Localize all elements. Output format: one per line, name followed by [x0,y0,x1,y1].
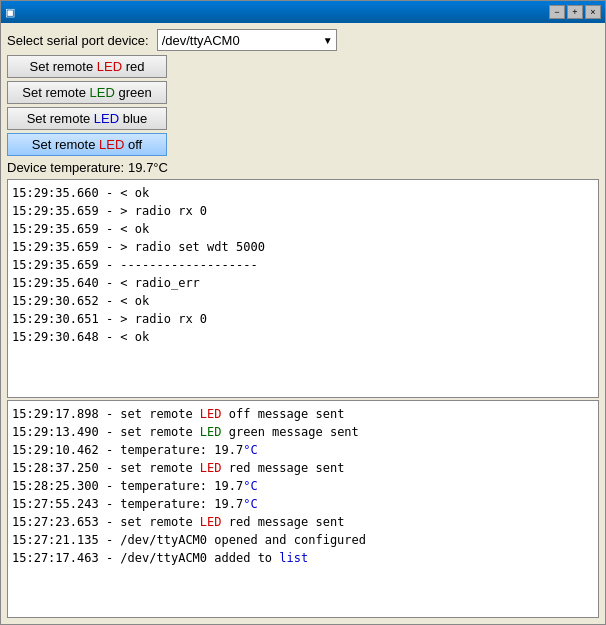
temp-label: Device temperature: [7,160,124,175]
temp-value: 19.7°C [128,160,168,175]
log-line: 15:29:35.659 - < ok [12,220,594,238]
port-select-wrapper: /dev/ttyACM0 [157,29,337,51]
temp-row: Device temperature: 19.7°C [7,160,599,175]
log-line: 15:29:35.660 - < ok [12,184,594,202]
title-bar: ▣ − + × [1,1,605,23]
btn-led-off[interactable]: Set remote LED off [7,133,167,156]
log-line: 15:29:35.640 - < radio_err [12,274,594,292]
log-line: 15:29:30.652 - < ok [12,292,594,310]
log-line: 15:28:37.250 - set remote LED red messag… [12,459,594,477]
minimize-button[interactable]: − [549,5,565,19]
log-line: 15:27:21.135 - /dev/ttyACM0 opened and c… [12,531,594,549]
log-line: 15:27:55.243 - temperature: 19.7°C [12,495,594,513]
log-line: 15:28:25.300 - temperature: 19.7°C [12,477,594,495]
log-line: 15:29:35.659 - ------------------- [12,256,594,274]
port-select[interactable]: /dev/ttyACM0 [157,29,337,51]
log-line: 15:29:30.648 - < ok [12,328,594,346]
maximize-button[interactable]: + [567,5,583,19]
close-button[interactable]: × [585,5,601,19]
port-row: Select serial port device: /dev/ttyACM0 [7,29,599,51]
btn-led-red[interactable]: Set remote LED red [7,55,167,78]
log-pane-bottom[interactable]: 15:29:17.898 - set remote LED off messag… [7,400,599,619]
log-area: 15:29:35.660 - < ok 15:29:35.659 - > rad… [7,179,599,618]
title-bar-label: ▣ [5,6,15,19]
btn-led-green[interactable]: Set remote LED green [7,81,167,104]
log-line: 15:29:17.898 - set remote LED off messag… [12,405,594,423]
log-line: 15:27:17.463 - /dev/ttyACM0 added to lis… [12,549,594,567]
title-bar-controls: − + × [549,5,601,19]
log-pane-top[interactable]: 15:29:35.660 - < ok 15:29:35.659 - > rad… [7,179,599,398]
main-content: Select serial port device: /dev/ttyACM0 … [1,23,605,624]
buttons-row: Set remote LED red Set remote LED green … [7,55,599,156]
main-window: ▣ − + × Select serial port device: /dev/… [0,0,606,625]
log-line: 15:29:13.490 - set remote LED green mess… [12,423,594,441]
btn-led-blue[interactable]: Set remote LED blue [7,107,167,130]
log-line: 15:29:35.659 - > radio set wdt 5000 [12,238,594,256]
log-line: 15:29:10.462 - temperature: 19.7°C [12,441,594,459]
log-line: 15:27:23.653 - set remote LED red messag… [12,513,594,531]
log-line: 15:29:35.659 - > radio rx 0 [12,202,594,220]
port-label: Select serial port device: [7,33,149,48]
log-line: 15:29:30.651 - > radio rx 0 [12,310,594,328]
